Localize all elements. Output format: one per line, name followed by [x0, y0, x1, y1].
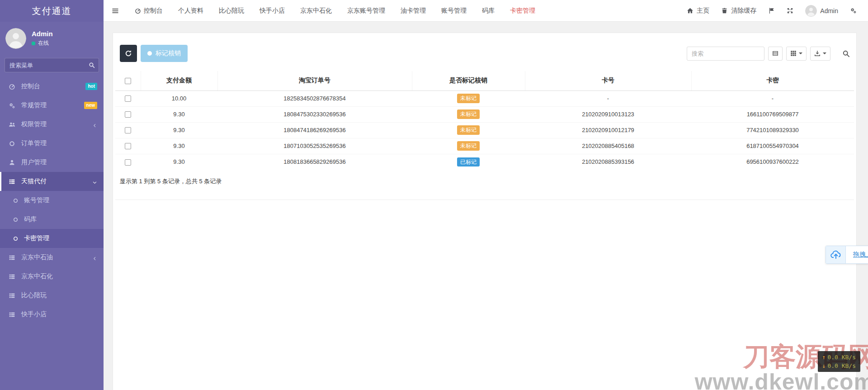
chevron-down-icon	[92, 179, 97, 184]
tab-label: 京东账号管理	[347, 7, 385, 15]
tab-dashboard[interactable]: 控制台	[127, 0, 170, 21]
sidebar-item-kuaishou[interactable]: 快手小店	[0, 305, 104, 324]
clear-cache-button[interactable]: 清除缓存	[715, 0, 762, 21]
settings-button[interactable]	[844, 0, 863, 21]
circle-icon	[13, 217, 19, 223]
list-icon	[9, 254, 15, 261]
circle-icon	[13, 198, 19, 204]
badge-new: new	[84, 102, 97, 109]
cell-card-no: 2102020885393156	[525, 154, 691, 170]
sidebar-item-code-bank[interactable]: 码库	[0, 210, 104, 229]
sidebar-item-label: 用户管理	[21, 158, 47, 166]
avatar	[5, 28, 26, 49]
row-checkbox[interactable]	[125, 159, 131, 166]
sidebar-item-label: 码库	[24, 215, 37, 224]
export-dropdown-button[interactable]	[810, 47, 830, 61]
mark-status-badge: 未标记	[457, 125, 480, 134]
columns-dropdown-button[interactable]	[786, 47, 807, 61]
sidebar-item-label: 京东中石化	[21, 272, 53, 281]
drag-upload-widget[interactable]: 拖拽上传	[826, 246, 868, 264]
table-body: 10.001825834502876678354未标记--9.301808475…	[115, 90, 854, 170]
tab-kuaishou[interactable]: 快手小店	[252, 0, 292, 21]
sidebar-item-order[interactable]: 订单管理	[0, 134, 104, 153]
circle-icon	[9, 140, 15, 147]
pagination-summary: 显示第 1 到第 5 条记录，总共 5 条记录	[120, 177, 856, 185]
sidebar-item-tmall-pay[interactable]: 天猫代付	[0, 172, 104, 191]
tab-profile[interactable]: 个人资料	[170, 0, 211, 21]
list-icon	[9, 273, 15, 280]
column-header[interactable]: 支付金额	[141, 71, 217, 90]
sidebar-item-user[interactable]: 用户管理	[0, 153, 104, 172]
sidebar-item-card-key[interactable]: 卡密管理	[0, 229, 104, 248]
language-button[interactable]	[762, 0, 781, 21]
mark-status-badge: 已标记	[457, 157, 480, 166]
column-header[interactable]: 卡密	[691, 71, 854, 90]
table-row: 9.301807103052535269536未标记21020208854051…	[115, 138, 854, 154]
sidebar-item-label: 权限管理	[21, 120, 47, 128]
cell-card-pwd: 1661100769509877	[691, 106, 854, 122]
sidebar-item-auth[interactable]: 权限管理	[0, 115, 104, 134]
cell-amount: 10.00	[141, 90, 217, 106]
tab-code-bank[interactable]: 码库	[474, 0, 502, 21]
sidebar-search-input[interactable]	[5, 58, 99, 72]
content-panel: 标记核销	[113, 33, 857, 390]
tab-label: 快手小店	[259, 7, 285, 15]
table-row: 9.301808183665829269536已标记21020208853931…	[115, 154, 854, 170]
row-checkbox[interactable]	[125, 143, 131, 149]
select-all-checkbox[interactable]	[125, 78, 131, 84]
home-button[interactable]: 主页	[681, 0, 715, 21]
navbar-username: Admin	[820, 7, 838, 14]
tab-label: 比心陪玩	[219, 7, 244, 15]
cell-card-no: 2102020910012179	[525, 122, 691, 138]
nav-tabs: 控制台个人资料比心陪玩快手小店京东中石化京东账号管理油卡管理账号管理码库卡密管理	[127, 0, 543, 21]
sidebar-item-label: 比心陪玩	[21, 291, 47, 300]
mark-verify-button[interactable]: 标记核销	[141, 45, 188, 62]
refresh-button[interactable]	[120, 45, 137, 62]
sidebar-item-label: 卡密管理	[24, 234, 49, 243]
tab-jd-chem[interactable]: 京东中石化	[292, 0, 340, 21]
column-header[interactable]: 淘宝订单号	[217, 71, 412, 90]
sidebar-user-panel: Admin 在线	[0, 22, 104, 50]
toolbar-right	[687, 47, 850, 61]
tab-card-key[interactable]: 卡密管理	[502, 0, 543, 21]
arrow-down-icon: ↓	[822, 362, 826, 369]
user-menu[interactable]: Admin	[799, 0, 844, 21]
tab-label: 京东中石化	[300, 7, 332, 15]
sidebar-item-dashboard[interactable]: 控制台hot	[0, 77, 104, 96]
row-checkbox[interactable]	[125, 127, 131, 133]
user-icon	[9, 159, 15, 166]
sidebar-item-label: 控制台	[21, 82, 40, 90]
home-label: 主页	[697, 7, 709, 15]
table-search-input[interactable]	[687, 47, 764, 61]
row-checkbox[interactable]	[125, 111, 131, 118]
table-row: 9.301808474186269269536未标记21020209100121…	[115, 122, 854, 138]
advanced-search-icon[interactable]	[842, 50, 850, 57]
cell-order-no: 1808475302330269536	[217, 106, 412, 122]
search-icon[interactable]	[89, 62, 95, 68]
list-icon	[9, 292, 15, 299]
app-title: 支付通道	[0, 0, 104, 22]
gears-icon	[850, 7, 857, 14]
column-header[interactable]: 是否标记核销	[412, 71, 525, 90]
sidebar-item-general[interactable]: 常规管理new	[0, 96, 104, 115]
trash-icon	[721, 7, 728, 14]
app-window: 支付通道 Admin 在线 控制台hot常规管理new权限管理订单管理用户管理天…	[0, 0, 868, 390]
sidebar: 支付通道 Admin 在线 控制台hot常规管理new权限管理订单管理用户管理天…	[0, 0, 104, 390]
data-table: 支付金额淘宝订单号是否标记核销卡号卡密 10.00182583450287667…	[115, 71, 854, 170]
cell-amount: 9.30	[141, 122, 217, 138]
detail-view-toggle-button[interactable]	[768, 47, 783, 61]
sidebar-toggle-button[interactable]	[104, 0, 127, 21]
row-checkbox[interactable]	[125, 95, 131, 102]
tab-oil-card[interactable]: 油卡管理	[393, 0, 434, 21]
cell-order-no: 1808474186269269536	[217, 122, 412, 138]
sidebar-item-account[interactable]: 账号管理	[0, 191, 104, 210]
fullscreen-button[interactable]	[781, 0, 799, 21]
tab-account[interactable]: 账号管理	[434, 0, 474, 21]
upload-speed: ↑0.0 KB/s	[822, 353, 856, 361]
sidebar-item-jd-chem[interactable]: 京东中石化	[0, 267, 104, 286]
column-header[interactable]: 卡号	[525, 71, 691, 90]
tab-bixin[interactable]: 比心陪玩	[211, 0, 252, 21]
sidebar-item-bixin[interactable]: 比心陪玩	[0, 286, 104, 305]
tab-jd-account[interactable]: 京东账号管理	[340, 0, 393, 21]
sidebar-item-jd-oil[interactable]: 京东中石油	[0, 248, 104, 267]
